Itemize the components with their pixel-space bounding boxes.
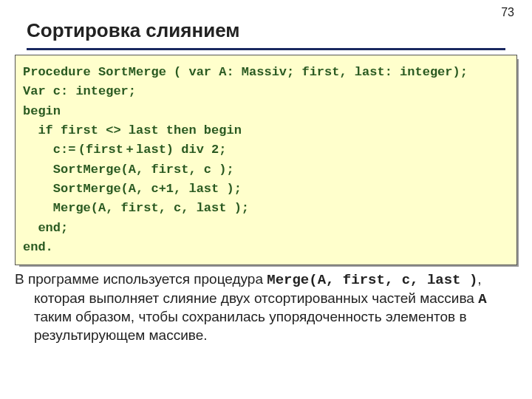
- code-line: Var c: integer;: [23, 82, 509, 101]
- inline-code: A: [478, 291, 486, 307]
- slide: 73 Сортировка слиянием Procedure SortMer…: [0, 0, 532, 399]
- text-run: таким образом, чтобы сохранилась упорядо…: [34, 309, 467, 343]
- code-box: Procedure SortMerge ( var A: Massiv; fir…: [15, 55, 517, 265]
- inline-code: Merge(A, first, c, last ): [267, 272, 477, 288]
- code-line: Merge(A, first, c, last );: [23, 199, 509, 218]
- code-line: begin: [23, 102, 509, 121]
- code-line: if first <> last then begin: [23, 121, 509, 140]
- code-line: end;: [23, 219, 509, 238]
- code-line: SortMerge(A, first, c );: [23, 160, 509, 180]
- code-line: Procedure SortMerge ( var A: Massiv; fir…: [23, 63, 509, 82]
- code-block: Procedure SortMerge ( var A: Massiv; fir…: [15, 55, 517, 265]
- code-line: SortMerge(A, c+1, last );: [23, 180, 509, 199]
- body-paragraph: В программе используется процедура Merge…: [15, 270, 514, 345]
- code-line: c:= (first + last) div 2;: [23, 140, 509, 160]
- slide-title: Сортировка слиянием: [27, 19, 505, 50]
- code-line: end.: [23, 238, 509, 257]
- paragraph-text: В программе используется процедура Merge…: [15, 270, 514, 345]
- text-run: В программе используется процедура: [15, 271, 267, 287]
- page-number: 73: [501, 6, 514, 19]
